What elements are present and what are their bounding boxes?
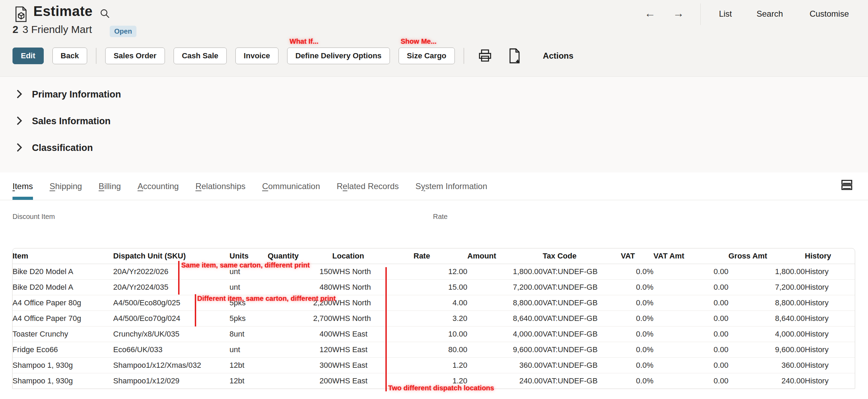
nav-customise-link[interactable]: Customise (810, 9, 849, 19)
vat-amt-cell: 0.00 (653, 264, 728, 279)
row-display-toggle-icon[interactable] (841, 179, 853, 193)
item-row: A4 Office Paper 70g A4/500/Eco70g/024 5p… (12, 311, 855, 326)
units-cell: 12bt (229, 373, 268, 389)
rate-cell: 10.00 (414, 326, 467, 342)
define-delivery-options-button[interactable]: Define Delivery Options (287, 48, 390, 64)
tab-relationships[interactable]: Relationships (195, 172, 245, 200)
tab-communication[interactable]: Communication (262, 172, 320, 200)
rate-cell: 12.00 (414, 264, 467, 279)
column-header-amount: Amount (467, 248, 543, 264)
rate-cell: 1.20 (414, 357, 467, 373)
search-icon[interactable] (100, 8, 110, 20)
dispatch-unit-sku-link[interactable]: A4/500/Eco70g/024 (113, 311, 229, 326)
dispatch-unit-sku-link[interactable]: Crunchy/x8/UK/035 (113, 326, 229, 342)
section-sales-information[interactable]: Sales Information (0, 108, 868, 135)
item-link[interactable]: A4 Office Paper 80g (12, 295, 113, 311)
tax-code-cell: VAT:UNDEF-GB (543, 342, 621, 357)
history-link[interactable]: History (805, 295, 855, 311)
vat-cell: 0.0% (621, 342, 653, 357)
dispatch-unit-sku-link[interactable]: Eco66/UK/033 (113, 342, 229, 357)
tab-billing[interactable]: Billing (99, 172, 121, 200)
gross-amt-cell: 8,640.00 (728, 311, 805, 326)
gross-amt-cell: 8,800.00 (728, 295, 805, 311)
item-link[interactable]: Bike D20 Model A (12, 279, 113, 295)
collapsed-sections: Primary Information Sales Information Cl… (0, 77, 868, 172)
size-cargo-button[interactable]: Size Cargo (399, 48, 455, 64)
location-cell: WHS East (332, 342, 414, 357)
sales-order-button[interactable]: Sales Order (105, 48, 165, 64)
item-link[interactable]: Shampoo 1, 930g (12, 373, 113, 389)
nav-search-link[interactable]: Search (757, 9, 783, 19)
chevron-right-icon (16, 89, 22, 100)
new-document-icon[interactable] (508, 48, 521, 63)
button-divider (96, 48, 97, 64)
forward-arrow-icon[interactable]: → (673, 8, 684, 19)
quantity-cell: 2,700 (268, 311, 332, 326)
history-link[interactable]: History (805, 326, 855, 342)
amount-cell: 7,200.00 (467, 279, 543, 295)
dispatch-unit-sku-link[interactable]: 20A/Yr2024/035 (113, 279, 229, 295)
dispatch-unit-sku-link[interactable]: Shampoo1/x12/Xmas/032 (113, 357, 229, 373)
dispatch-unit-sku-link[interactable]: Shampoo1/x12/029 (113, 373, 229, 389)
actions-menu-button[interactable]: Actions (543, 51, 574, 61)
tab-related-records[interactable]: Related Records (337, 172, 399, 200)
tab-system-information[interactable]: System Information (416, 172, 487, 200)
column-header-vat-amt: VAT Amt (653, 248, 728, 264)
annotation-different-item: Different item, same carton, different p… (197, 295, 336, 303)
back-button[interactable]: Back (52, 48, 87, 64)
item-link[interactable]: Shampoo 1, 930g (12, 357, 113, 373)
units-cell: 12bt (229, 357, 268, 373)
item-link[interactable]: Toaster Crunchy (12, 326, 113, 342)
tax-code-cell: VAT:UNDEF-GB (543, 373, 621, 389)
rate-cell: 80.00 (414, 342, 467, 357)
column-header-rate: Rate (414, 248, 467, 264)
history-link[interactable]: History (805, 373, 855, 389)
tab-bar: ItemsShippingBillingAccountingRelationsh… (0, 172, 868, 200)
tab-items[interactable]: Items (12, 172, 33, 200)
column-header-gross-amt: Gross Amt (728, 248, 805, 264)
item-row: Toaster Crunchy Crunchy/x8/UK/035 8unt 4… (12, 326, 855, 342)
action-button-row: Edit Back Sales Order Cash Sale Invoice … (12, 48, 574, 64)
edit-button[interactable]: Edit (12, 48, 44, 64)
header-band: Estimate 2 3 Friendly Mart Open ← → List… (0, 0, 868, 77)
item-row: Bike D20 Model A 20A/Yr2024/035 unt 480 … (12, 279, 855, 295)
nav-list-link[interactable]: List (719, 9, 732, 19)
vat-amt-cell: 0.00 (653, 295, 728, 311)
item-link[interactable]: A4 Office Paper 70g (12, 311, 113, 326)
history-link[interactable]: History (805, 264, 855, 279)
location-cell: WHS East (332, 357, 414, 373)
tab-accounting[interactable]: Accounting (137, 172, 179, 200)
section-label: Primary Information (32, 89, 121, 100)
button-divider (464, 48, 464, 64)
section-primary-information[interactable]: Primary Information (0, 81, 868, 108)
record-id: 2 (12, 24, 18, 35)
gross-amt-cell: 240.00 (728, 373, 805, 389)
estimate-page: Estimate 2 3 Friendly Mart Open ← → List… (0, 0, 868, 399)
gross-amt-cell: 7,200.00 (728, 279, 805, 295)
vat-cell: 0.0% (621, 264, 653, 279)
amount-cell: 4,000.00 (467, 326, 543, 342)
history-link[interactable]: History (805, 311, 855, 326)
items-sublist: ItemDispatch Unit (SKU)UnitsQuantityLoca… (12, 248, 855, 389)
gross-amt-cell: 1,800.00 (728, 264, 805, 279)
annotation-line-different-item (195, 294, 196, 326)
section-classification[interactable]: Classification (0, 135, 868, 161)
item-row: Shampoo 1, 930g Shampoo1/x12/Xmas/032 12… (12, 357, 855, 373)
tab-shipping[interactable]: Shipping (50, 172, 82, 200)
history-link[interactable]: History (805, 342, 855, 357)
cash-sale-button[interactable]: Cash Sale (174, 48, 227, 64)
status-badge: Open (110, 26, 136, 37)
location-cell: WHS North (332, 295, 414, 311)
item-link[interactable]: Fridge Eco66 (12, 342, 113, 357)
annotation-two-locations: Two different dispatch locations (388, 384, 494, 392)
amount-cell: 1,800.00 (467, 264, 543, 279)
vat-cell: 0.0% (621, 279, 653, 295)
tax-code-cell: VAT:UNDEF-GB (543, 295, 621, 311)
gross-amt-cell: 9,600.00 (728, 342, 805, 357)
back-arrow-icon[interactable]: ← (644, 8, 656, 19)
item-link[interactable]: Bike D20 Model A (12, 264, 113, 279)
print-icon[interactable] (478, 49, 492, 63)
history-link[interactable]: History (805, 279, 855, 295)
history-link[interactable]: History (805, 357, 855, 373)
invoice-button[interactable]: Invoice (235, 48, 278, 64)
